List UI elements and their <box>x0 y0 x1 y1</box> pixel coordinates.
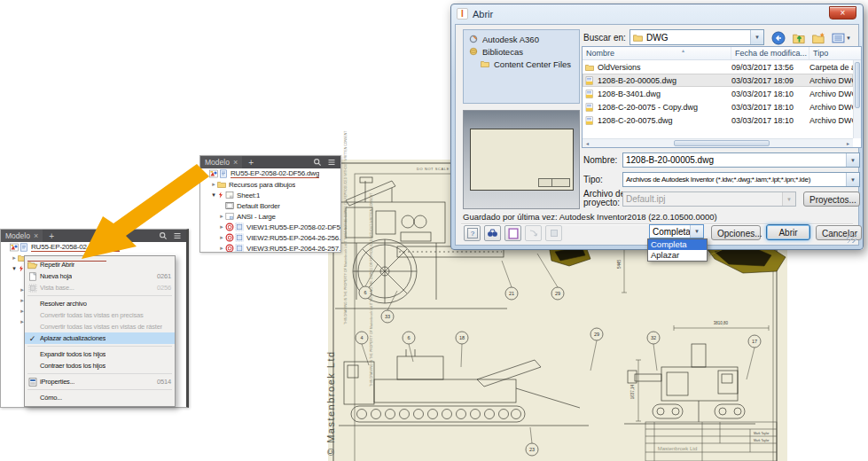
menu-item[interactable]: ✓Aplazar actualizaciones <box>25 332 175 344</box>
tab-modelo[interactable]: Modelo × <box>1 230 43 242</box>
preview-sheet <box>470 129 574 191</box>
place-item[interactable]: Autodesk A360 <box>464 33 579 45</box>
open-mode-combo[interactable]: Completa ▼ <box>649 224 704 238</box>
menu-item[interactable]: Contraer todos los hijos <box>25 360 175 371</box>
file-name: 1208-B-20-00005.dwg <box>598 76 676 85</box>
resize-grip[interactable] <box>847 233 856 243</box>
views-button[interactable]: ▼ <box>829 29 854 47</box>
scroll-left-icon[interactable]: ◂ <box>583 140 592 146</box>
tree-item-label: RU55-EP-2058-02-DF56.dwg <box>31 243 120 252</box>
file-name-combo[interactable]: 1208-B-20-00005.dwg ▼ <box>622 152 860 168</box>
file-date: 03/03/2017 18:10 <box>731 90 809 98</box>
balloon-number: 23 <box>529 447 535 452</box>
menu-item[interactable]: Expandir todos los hijos <box>25 348 175 360</box>
file-row[interactable]: 1208-C-20-0075.dwg03/03/2017 18:10Archiv… <box>583 113 853 127</box>
hamburger-icon[interactable] <box>325 157 337 168</box>
file-row[interactable]: 1208-B-20-00005.dwg03/03/2017 18:09Archi… <box>583 74 853 87</box>
folder-icon <box>217 180 226 189</box>
back-button[interactable] <box>770 29 787 47</box>
place-item[interactable]: Content Center Files <box>464 58 579 70</box>
projects-button[interactable]: Proyectos... <box>803 191 860 207</box>
balloon-number: 6 <box>364 290 366 295</box>
chevron-down-icon[interactable]: ▼ <box>750 30 763 44</box>
drawing-icon <box>219 169 228 178</box>
dialog-titlebar[interactable]: I Abrir × <box>451 4 863 23</box>
search-icon[interactable] <box>311 157 323 168</box>
menu-item: Vista base...0256 <box>25 282 175 293</box>
place-item[interactable]: Bibliotecas <box>464 45 579 58</box>
chevron-down-icon[interactable]: ▼ <box>846 173 859 186</box>
up-folder-button[interactable] <box>790 29 808 47</box>
tree-item[interactable]: ▸VIEW2:RU55-EP-2064-26-256.iam <box>200 232 340 243</box>
preview-pane <box>463 110 580 209</box>
tree-item[interactable]: ▸ANSI - Large <box>200 211 340 222</box>
dropdown-option-completa[interactable]: Completa <box>648 239 707 250</box>
new-folder-button[interactable] <box>809 29 827 47</box>
tree-item[interactable]: Default Border <box>200 200 340 211</box>
search-icon[interactable] <box>157 230 168 241</box>
scrollbar-thumb[interactable] <box>674 140 770 146</box>
tab-label: Modelo <box>5 231 30 240</box>
file-row[interactable]: 1208-B-3401.dwg03/03/2017 18:10Archivo D… <box>583 87 853 100</box>
menu-item-label: Contraer todos los hijos <box>40 362 106 370</box>
do-not-scale-label: DO NOT SCALE <box>417 167 450 171</box>
file-date: 09/03/2017 13:56 <box>731 63 809 72</box>
panel-header: Modelo × + <box>1 230 186 242</box>
new-tab-button[interactable]: + <box>242 158 260 168</box>
help-button[interactable]: ? <box>464 225 481 241</box>
find-button[interactable] <box>484 225 501 241</box>
expander-icon[interactable]: ▸ <box>218 223 225 230</box>
chevron-down-icon[interactable]: ▼ <box>846 153 859 167</box>
open-button[interactable]: Abrir <box>766 224 810 240</box>
expander-icon[interactable]: ▸ <box>210 181 217 188</box>
tree-item[interactable]: ▾Sheet:1 <box>200 190 340 200</box>
chevron-down-icon[interactable]: ▼ <box>690 225 703 238</box>
balloon-number: 17 <box>752 339 757 344</box>
chevron-down-icon: ▼ <box>846 35 851 41</box>
menu-item[interactable]: Resolver archivo <box>25 298 175 309</box>
expander-icon[interactable]: ▸ <box>11 254 18 262</box>
sheet-property-note-2: THIS DRAWING IS THE PROPERTY OF Mastenbr… <box>370 193 373 387</box>
new-document-button[interactable] <box>504 225 521 241</box>
options-button[interactable]: Opciones... <box>711 225 761 240</box>
menu-item[interactable]: iProperties...0514 <box>25 376 175 387</box>
dropdown-option-aplazar[interactable]: Aplazar <box>648 250 707 261</box>
menu-item[interactable]: Nueva hoja0261 <box>25 270 175 282</box>
tab-modelo[interactable]: Modelo × <box>200 156 242 168</box>
menu-item[interactable]: Cómo... <box>25 392 175 403</box>
close-button[interactable]: × <box>829 6 856 20</box>
expander-icon[interactable]: ▸ <box>218 213 225 220</box>
context-menu: Repetir AbrirNueva hoja0261Vista base...… <box>24 255 176 407</box>
tab-close-icon[interactable]: × <box>233 159 238 166</box>
scroll-right-icon[interactable]: ▸ <box>843 140 853 146</box>
open-dialog: I Abrir × Autodesk A360BibliotecasConten… <box>450 4 864 250</box>
column-header-nombre[interactable]: Nombre <box>583 47 731 59</box>
view-icon <box>235 244 244 252</box>
expander-icon[interactable]: ▾ <box>210 191 217 199</box>
file-date: 03/03/2017 18:09 <box>731 76 809 85</box>
tree-item[interactable]: ▸VIEW1:RU55-EP-2058-02-DF56.iam <box>200 222 340 232</box>
file-type-combo[interactable]: Archivos de Autodesk Inventor (*.idw;*.d… <box>622 172 860 187</box>
file-row[interactable]: OldVersions09/03/2017 13:56Carpeta de ar… <box>583 60 853 74</box>
file-date: 03/03/2017 18:10 <box>731 116 809 125</box>
expander-icon[interactable]: ▸ <box>218 234 225 241</box>
place-label: Bibliotecas <box>482 47 523 57</box>
look-in-combo[interactable]: DWG ▼ <box>629 29 764 45</box>
tree-item[interactable]: RU55-EP-2058-02-DF56.dwg <box>200 168 340 179</box>
file-list-vscrollbar[interactable] <box>853 60 861 138</box>
tab-close-icon[interactable]: × <box>34 232 38 239</box>
new-tab-button[interactable]: + <box>43 231 60 241</box>
tree-item[interactable]: ▸Recursos para dibujos <box>200 179 340 190</box>
file-list-hscrollbar[interactable]: ◂ ▸ <box>583 138 853 147</box>
expander-icon[interactable]: ▸ <box>218 245 225 252</box>
hamburger-icon[interactable] <box>171 230 183 241</box>
column-header-fecha[interactable]: Fecha de modifica... <box>731 47 809 59</box>
file-row[interactable]: 1208-C-20-0075 - Copy.dwg03/03/2017 18:1… <box>583 100 853 113</box>
expander-icon[interactable]: ▾ <box>11 265 18 272</box>
tree-item[interactable]: ▸VIEW3:RU55-EP-2064-26-257.iam <box>200 243 340 252</box>
file-list: Nombre Fecha de modifica... Tipo ▴ OldVe… <box>582 46 862 148</box>
column-header-tipo[interactable]: Tipo <box>809 47 861 59</box>
tree-item[interactable]: RU55-EP-2058-02-DF56.dwg <box>1 242 186 253</box>
file-type-value: Archivos de Autodesk Inventor (*.idw;*.d… <box>623 176 846 184</box>
tree-item-label: VIEW3:RU55-EP-2064-26-257.iam <box>246 245 340 253</box>
